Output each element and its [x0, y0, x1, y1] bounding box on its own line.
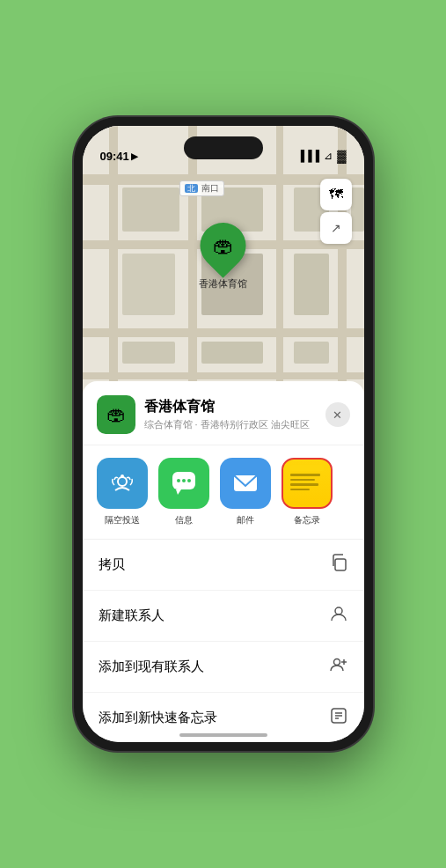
map-controls: 🗺 ↗ — [320, 179, 352, 244]
svg-point-26 — [187, 479, 191, 482]
notes-line1 — [290, 474, 320, 476]
new-contact-icon — [329, 604, 348, 628]
wifi-icon: ⊿ — [324, 150, 333, 162]
svg-point-25 — [182, 479, 186, 482]
status-time: 09:41 ▶ — [100, 150, 138, 163]
share-row: 隔空投送 信息 — [83, 445, 364, 540]
quick-note-icon — [329, 706, 348, 730]
svg-rect-4 — [83, 372, 364, 379]
notes-line2 — [290, 479, 315, 482]
svg-point-20 — [118, 477, 127, 486]
signal-icon: ▐▐▐ — [297, 150, 320, 162]
venue-icon: 🏟 — [97, 395, 135, 434]
svg-marker-23 — [176, 489, 181, 495]
svg-rect-17 — [201, 342, 263, 364]
dynamic-island — [184, 136, 263, 159]
action-list: 拷贝 新建联系人 — [83, 540, 364, 742]
quick-note-label: 添加到新快速备忘录 — [99, 710, 217, 726]
venue-header: 🏟 香港体育馆 综合体育馆 · 香港特别行政区 油尖旺区 ✕ — [83, 381, 364, 445]
home-indicator — [179, 733, 267, 737]
add-existing-label: 添加到现有联系人 — [99, 658, 204, 675]
notes-label: 备忘录 — [294, 514, 320, 526]
mail-svg — [230, 468, 260, 498]
share-item-messages[interactable]: 信息 — [158, 458, 209, 526]
notes-top — [290, 465, 324, 471]
marker-emoji: 🏟 — [213, 233, 234, 258]
svg-point-24 — [177, 479, 180, 482]
gate-prefix: 北 — [185, 184, 198, 193]
messages-svg — [169, 468, 199, 498]
copy-icon — [329, 553, 348, 577]
new-contact-label: 新建联系人 — [99, 607, 165, 624]
share-item-more[interactable] — [343, 458, 364, 526]
action-new-contact[interactable]: 新建联系人 — [83, 591, 364, 642]
location-icon: ▶ — [131, 151, 138, 161]
phone-screen: 09:41 ▶ ▐▐▐ ⊿ ▓ — [83, 126, 364, 742]
svg-rect-18 — [294, 342, 329, 364]
location-marker: 🏟 香港体育馆 — [199, 223, 247, 291]
svg-rect-15 — [294, 254, 329, 315]
svg-rect-9 — [122, 188, 179, 232]
copy-label: 拷贝 — [99, 556, 125, 573]
location-button[interactable]: ↗ — [320, 212, 352, 244]
marker-label: 香港体育馆 — [199, 277, 247, 291]
messages-label: 信息 — [175, 514, 193, 526]
map-type-button[interactable]: 🗺 — [320, 179, 352, 210]
action-copy[interactable]: 拷贝 — [83, 540, 364, 591]
svg-rect-11 — [122, 254, 175, 315]
more-icon-wrap — [343, 458, 364, 509]
mail-label: 邮件 — [237, 514, 254, 526]
venue-name: 香港体育馆 — [144, 398, 325, 416]
bottom-sheet: 🏟 香港体育馆 综合体育馆 · 香港特别行政区 油尖旺区 ✕ — [83, 381, 364, 742]
gate-name: 南口 — [201, 183, 219, 193]
svg-rect-16 — [122, 342, 175, 364]
notes-line3 — [290, 483, 318, 486]
svg-rect-14 — [351, 188, 364, 232]
action-add-existing-contact[interactable]: 添加到现有联系人 — [83, 642, 364, 693]
marker-pin-shape: 🏟 — [191, 213, 256, 278]
close-button[interactable]: ✕ — [325, 402, 350, 427]
battery-icon: ▓ — [337, 149, 346, 163]
svg-point-29 — [335, 607, 342, 614]
airdrop-svg — [108, 469, 136, 497]
north-gate-label: 北 南口 — [179, 180, 225, 196]
svg-point-21 — [121, 474, 124, 478]
share-item-mail[interactable]: 邮件 — [220, 458, 271, 526]
svg-point-30 — [333, 659, 340, 666]
notes-line4 — [290, 489, 310, 491]
clock: 09:41 — [100, 150, 129, 163]
mail-icon-wrap — [220, 458, 271, 509]
svg-rect-3 — [83, 328, 364, 337]
venue-info: 香港体育馆 综合体育馆 · 香港特别行政区 油尖旺区 — [144, 398, 325, 431]
airdrop-icon — [97, 458, 148, 509]
add-existing-icon — [329, 655, 348, 679]
airdrop-label: 隔空投送 — [105, 514, 140, 526]
messages-icon-wrap — [158, 458, 209, 509]
share-item-notes[interactable]: 备忘录 — [281, 458, 333, 526]
share-item-airdrop[interactable]: 隔空投送 — [97, 458, 148, 526]
status-icons: ▐▐▐ ⊿ ▓ — [297, 149, 347, 163]
venue-description: 综合体育馆 · 香港特别行政区 油尖旺区 — [144, 418, 325, 431]
notes-icon-wrap — [281, 458, 333, 509]
marker-pin-container: 🏟 — [201, 223, 246, 276]
svg-rect-28 — [335, 559, 346, 570]
phone-frame: 09:41 ▶ ▐▐▐ ⊿ ▓ — [74, 117, 373, 751]
